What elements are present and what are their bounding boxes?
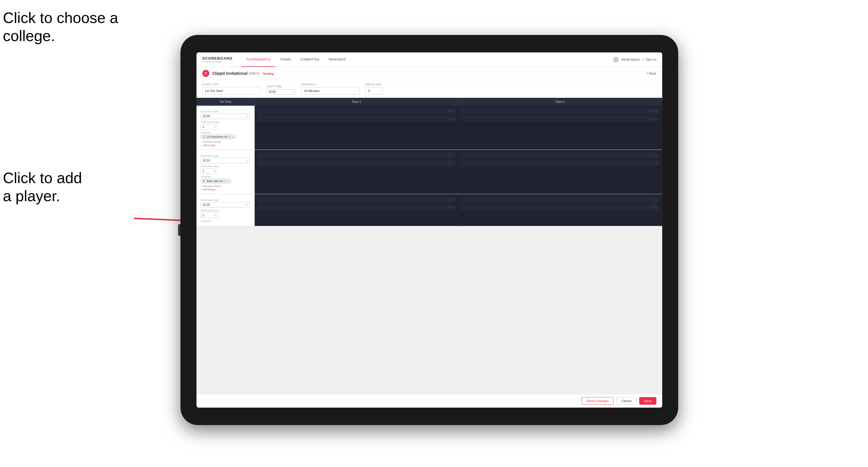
player-remove-icon[interactable]: ×: [653, 117, 654, 120]
nav-avatar: [613, 57, 619, 63]
nav-logo-title: SCOREBOARD: [202, 56, 232, 61]
player-remove-icon[interactable]: ×: [449, 110, 451, 113]
player-row[interactable]: × ⌄: [257, 160, 456, 166]
add-group-1[interactable]: + Add Group: [200, 144, 250, 147]
group-row: STARTING TIME: 10:10 ⊙ STARTING HOLE: 1 …: [196, 150, 662, 194]
start-type-select[interactable]: 1st Tee Start: [202, 87, 260, 95]
intervals-select[interactable]: 10 Minutes: [301, 87, 360, 95]
col-tee-time: Tee Time: [196, 98, 255, 106]
player-expand-icon[interactable]: ⌄: [655, 162, 658, 164]
player-expand-icon[interactable]: ⌄: [452, 162, 454, 164]
hole-arrows-3: ⇅: [214, 214, 216, 217]
player-expand-icon[interactable]: ⌄: [655, 206, 658, 209]
course-close-2[interactable]: ×: [224, 180, 226, 183]
player-remove-icon[interactable]: ×: [653, 198, 654, 201]
player-remove-icon[interactable]: ×: [449, 117, 451, 120]
annotation-add-player: Click to add a player.: [3, 169, 82, 205]
player-row[interactable]: × ⌄: [461, 196, 659, 203]
player-expand-icon[interactable]: ⌄: [655, 154, 658, 157]
player-expand-icon[interactable]: ⌄: [452, 198, 454, 201]
nav-link-committee[interactable]: COMMITTEE: [296, 53, 324, 67]
team2-panel-3: × ⌄ × ⌄: [459, 194, 662, 226]
nav-user: blair@clippd.io | Sign out: [613, 57, 656, 63]
starting-time-input-2[interactable]: 10:10 ⊙: [200, 158, 250, 163]
main-content[interactable]: STARTING TIME: 10:00 ⊙ STARTING HOLE: 1 …: [196, 106, 662, 394]
course-expand-1[interactable]: ⌄: [232, 135, 234, 138]
player-expand-icon[interactable]: ⌄: [452, 110, 454, 113]
footer-bar: Reset Changes Cancel Save: [196, 394, 662, 408]
starting-time-label-2: STARTING TIME:: [200, 155, 250, 157]
starting-time-input-1[interactable]: 10:00 ⊙: [200, 114, 250, 119]
nav-logo: SCOREBOARD Powered by clippd: [202, 56, 232, 63]
starting-hole-input-2[interactable]: 1 ⇅: [200, 168, 218, 174]
remove-group-1[interactable]: ○ Remove Group: [200, 140, 250, 143]
player-remove-icon[interactable]: ×: [653, 110, 654, 113]
start-time-label: Start Time: [266, 85, 296, 88]
col-team2: Team 2: [459, 98, 662, 106]
player-row[interactable]: × ⌄: [257, 196, 456, 203]
nav-link-teams[interactable]: TEAMS: [275, 53, 296, 67]
page-title: Clippd Invitational (Men) Hosting: [212, 71, 274, 76]
player-row[interactable]: × ⌄: [257, 116, 456, 122]
player-remove-icon[interactable]: ×: [449, 198, 451, 201]
starting-time-input-3[interactable]: 10:20 ⊙: [200, 202, 250, 208]
time-icon-3: ⊙: [246, 204, 248, 207]
player-row[interactable]: × ⌄: [461, 152, 659, 159]
player-expand-icon[interactable]: ⌄: [452, 206, 454, 209]
add-group-2[interactable]: + Add Group: [200, 188, 250, 191]
player-row[interactable]: × ⌄: [257, 152, 456, 159]
nav-link-tournaments[interactable]: TOURNAMENTS: [241, 53, 275, 67]
hole-arrows-1: ⇅: [214, 125, 216, 128]
player-expand-icon[interactable]: ⌄: [655, 110, 658, 113]
player-remove-icon[interactable]: ×: [449, 206, 451, 209]
time-icon-2: ⊙: [246, 159, 248, 162]
player-remove-icon[interactable]: ×: [653, 162, 654, 164]
player-row[interactable]: × ⌄: [257, 108, 456, 115]
reset-button[interactable]: Reset Changes: [582, 397, 614, 405]
player-row[interactable]: × ⌄: [461, 116, 659, 122]
course-close-1[interactable]: ×: [229, 135, 230, 138]
controls-row: Start Type 1st Tee Start Start Time 10:0…: [196, 80, 662, 98]
team2-panel-1: × ⌄ × ⌄: [459, 106, 662, 150]
course-label-3: COURSE:: [200, 220, 250, 222]
save-button[interactable]: Save: [639, 397, 656, 405]
control-group-intervals: Intervals 10 Minutes: [301, 83, 360, 95]
player-row[interactable]: × ⌄: [461, 160, 659, 166]
group-size-select[interactable]: 3: [365, 87, 383, 95]
course-expand-2[interactable]: ⌄: [227, 180, 229, 183]
starting-hole-input-1[interactable]: 1 ⇅: [200, 124, 218, 130]
annotation-choose-college: Click to choose a college.: [3, 9, 118, 45]
starting-hole-input-3[interactable]: 1 ⇅: [200, 213, 218, 218]
player-remove-icon[interactable]: ×: [449, 154, 451, 157]
player-expand-icon[interactable]: ⌄: [452, 117, 454, 120]
nav-sign-out[interactable]: Sign out: [646, 58, 656, 61]
remove-group-2[interactable]: ○ Remove Group: [200, 185, 250, 187]
team2-panel-2: × ⌄ × ⌄: [459, 150, 662, 194]
group-row: STARTING TIME: 10:20 ⊙ STARTING HOLE: 1 …: [196, 194, 662, 226]
starting-hole-label-1: STARTING HOLE:: [200, 121, 250, 123]
nav-separator: |: [643, 58, 644, 61]
control-group-group-size: Group Size 3: [365, 83, 383, 95]
course-tag-1[interactable]: 🏌 (A) Peachtree GC × ⌄: [200, 134, 250, 139]
page-header: C Clippd Invitational (Men) Hosting < Ba…: [196, 67, 662, 80]
player-row[interactable]: × ⌄: [461, 204, 659, 211]
hole-arrows-2: ⇅: [214, 170, 216, 173]
course-tag-2[interactable]: 🏌 East Lake GC × ⌄: [200, 179, 250, 183]
player-remove-icon[interactable]: ×: [653, 206, 654, 209]
player-expand-icon[interactable]: ⌄: [452, 154, 454, 157]
control-group-start-time: Start Time 10:00 ⊙: [266, 85, 296, 95]
player-remove-icon[interactable]: ×: [653, 154, 654, 157]
tablet-side-button: [178, 224, 181, 236]
back-button[interactable]: < Back: [647, 72, 656, 75]
player-row[interactable]: × ⌄: [461, 108, 659, 115]
player-row[interactable]: × ⌄: [257, 204, 456, 211]
start-time-input[interactable]: 10:00 ⊙: [266, 89, 296, 95]
player-expand-icon[interactable]: ⌄: [655, 117, 658, 120]
nav-bar: SCOREBOARD Powered by clippd TOURNAMENTS…: [196, 53, 662, 67]
nav-link-rankings[interactable]: RANKINGS: [324, 53, 350, 67]
player-expand-icon[interactable]: ⌄: [655, 198, 658, 201]
player-remove-icon[interactable]: ×: [449, 162, 451, 164]
cancel-button[interactable]: Cancel: [617, 397, 636, 405]
starting-hole-label-3: STARTING HOLE:: [200, 209, 250, 212]
time-icon-1: ⊙: [246, 115, 248, 118]
